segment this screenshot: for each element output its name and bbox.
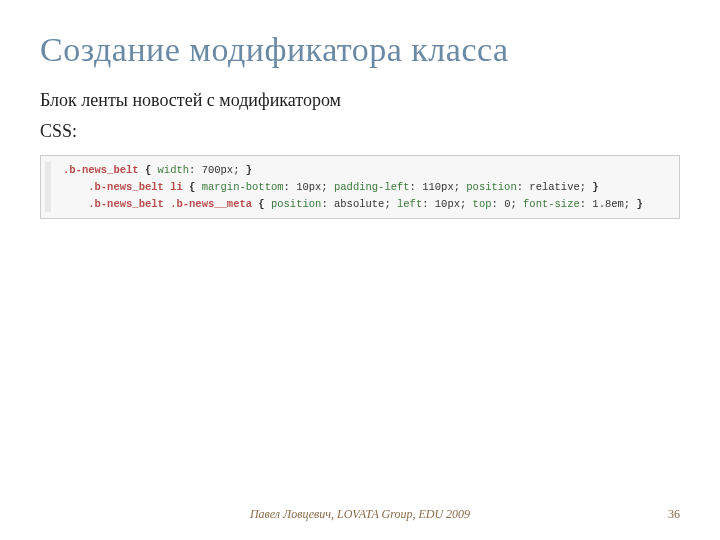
- property: position: [271, 198, 321, 210]
- body-line-1: Блок ленты новостей с модификатором: [40, 87, 680, 114]
- value: : 1.8em;: [580, 198, 630, 210]
- selector: .b-news_belt: [63, 164, 139, 176]
- selector: .b-news_belt li: [88, 181, 183, 193]
- brace: {: [252, 198, 271, 210]
- body-line-2: CSS:: [40, 118, 680, 145]
- selector: .b-news_belt .b-news__meta: [88, 198, 252, 210]
- brace: }: [630, 198, 643, 210]
- property: width: [158, 164, 190, 176]
- property: font-size: [517, 198, 580, 210]
- slide-title: Создание модификатора класса: [40, 30, 680, 69]
- brace: {: [183, 181, 202, 193]
- value: : 10px;: [422, 198, 466, 210]
- value: : relative;: [517, 181, 586, 193]
- indent: [63, 198, 88, 210]
- brace: }: [239, 164, 252, 176]
- code-line-2: .b-news_belt li { margin-bottom: 10px; p…: [49, 179, 671, 196]
- property: margin-bottom: [202, 181, 284, 193]
- footer-text: Павел Ловцевич, LOVATA Group, EDU 2009: [0, 507, 720, 522]
- indent: [63, 181, 88, 193]
- property: left: [391, 198, 423, 210]
- value: : absolute;: [321, 198, 390, 210]
- code-gutter: [45, 162, 51, 212]
- code-line-1: .b-news_belt { width: 700px; }: [49, 162, 671, 179]
- property: position: [460, 181, 517, 193]
- property: top: [466, 198, 491, 210]
- property: padding-left: [328, 181, 410, 193]
- page-number: 36: [668, 507, 680, 522]
- brace: }: [586, 181, 599, 193]
- brace: {: [139, 164, 158, 176]
- value: : 700px;: [189, 164, 239, 176]
- code-block: .b-news_belt { width: 700px; } .b-news_b…: [40, 155, 680, 219]
- value: : 0;: [492, 198, 517, 210]
- value: : 10px;: [284, 181, 328, 193]
- code-line-3: .b-news_belt .b-news__meta { position: a…: [49, 196, 671, 213]
- value: : 110px;: [410, 181, 460, 193]
- slide: Создание модификатора класса Блок ленты …: [0, 0, 720, 540]
